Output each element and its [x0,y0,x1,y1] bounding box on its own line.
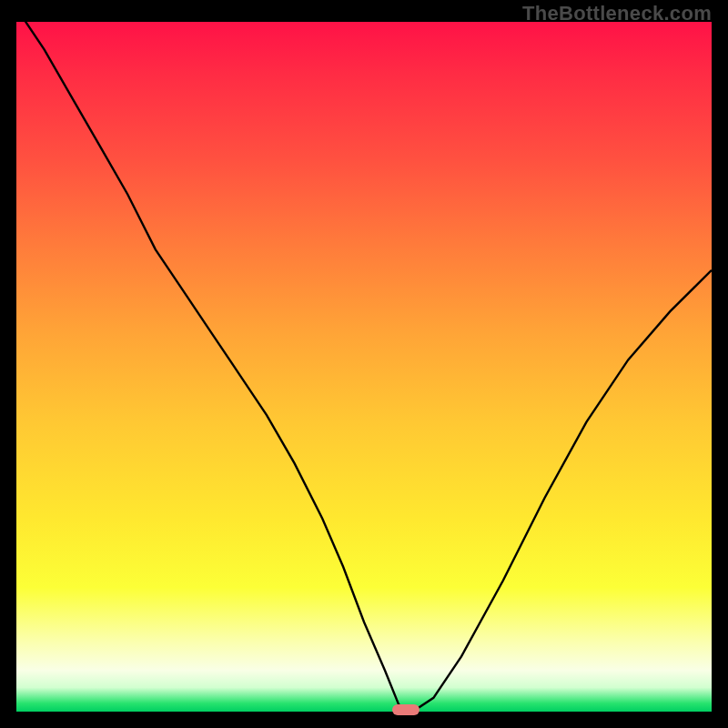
bottleneck-curve [16,22,712,712]
plot-area [16,22,712,712]
chart-frame: TheBottleneck.com [0,0,728,728]
optimal-marker [392,704,420,715]
watermark-text: TheBottleneck.com [522,2,712,25]
